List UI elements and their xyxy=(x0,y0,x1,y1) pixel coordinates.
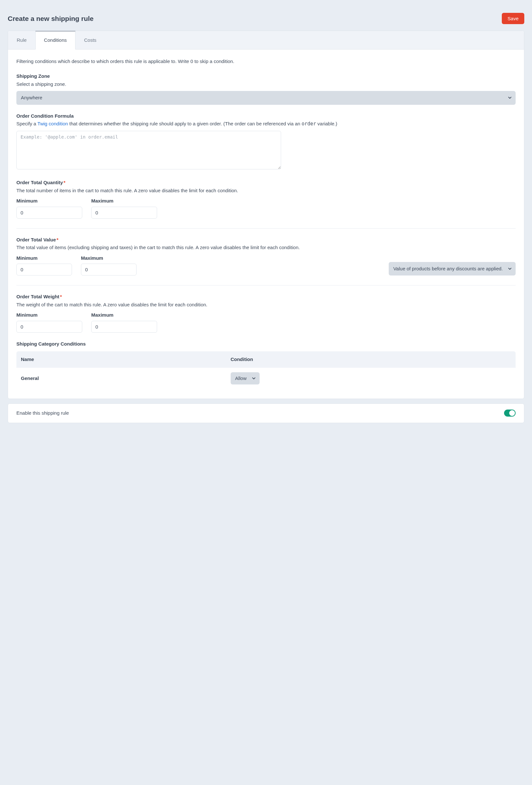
total-value-help: The total value of items (excluding ship… xyxy=(17,244,515,251)
tab-rule[interactable]: Rule xyxy=(8,31,35,50)
col-condition-header: Condition xyxy=(226,351,515,368)
page-title: Create a new shipping rule xyxy=(8,14,94,24)
order-condition-help-prefix: Specify a xyxy=(17,121,37,126)
total-weight-help: The weight of the cart to match this rul… xyxy=(17,301,515,309)
quantity-max-label: Maximum xyxy=(91,197,157,205)
row-condition-value: Allow xyxy=(231,372,260,385)
value-max-label: Maximum xyxy=(81,255,136,262)
order-condition-code-var: order xyxy=(302,121,316,127)
total-value-basis-value: Value of products before any discounts a… xyxy=(389,262,515,276)
save-button[interactable]: Save xyxy=(502,13,524,24)
total-value-basis-select[interactable]: Value of products before any discounts a… xyxy=(389,262,515,276)
tabs: Rule Conditions Costs xyxy=(8,31,524,50)
main-card: Rule Conditions Costs Filtering conditio… xyxy=(8,30,524,399)
shipping-zone-select[interactable]: Anywhere xyxy=(17,91,515,105)
tab-conditions[interactable]: Conditions xyxy=(35,31,76,50)
panel-description: Filtering conditions which describe to w… xyxy=(17,58,515,65)
required-icon: * xyxy=(56,237,58,243)
weight-max-label: Maximum xyxy=(91,311,157,319)
row-name: General xyxy=(17,368,226,389)
enable-card: Enable this shipping rule xyxy=(8,403,524,423)
divider xyxy=(17,228,515,229)
category-conditions-label: Shipping Category Conditions xyxy=(17,340,515,348)
divider xyxy=(17,285,515,285)
quantity-min-input[interactable] xyxy=(17,207,82,219)
required-icon: * xyxy=(63,180,65,185)
total-quantity-help: The total number of items in the cart to… xyxy=(17,187,515,195)
order-condition-label: Order Condition Formula xyxy=(17,112,515,120)
weight-min-label: Minimum xyxy=(17,311,82,319)
order-condition-help-mid: that determines whether the shipping rul… xyxy=(68,121,302,126)
tab-costs[interactable]: Costs xyxy=(76,31,105,50)
quantity-max-input[interactable] xyxy=(91,207,157,219)
order-condition-help-suffix: variable.) xyxy=(316,121,337,126)
quantity-min-label: Minimum xyxy=(17,197,82,205)
total-value-label: Order Total Value xyxy=(17,237,56,243)
weight-max-input[interactable] xyxy=(91,321,157,333)
weight-min-input[interactable] xyxy=(17,321,82,333)
value-min-input[interactable] xyxy=(17,263,72,276)
enable-toggle[interactable] xyxy=(504,409,515,416)
table-row: General Allow xyxy=(17,368,515,389)
shipping-zone-value: Anywhere xyxy=(17,91,515,105)
total-weight-label: Order Total Weight xyxy=(17,294,59,299)
shipping-zone-help: Select a shipping zone. xyxy=(17,81,515,88)
row-condition-select[interactable]: Allow xyxy=(231,372,260,385)
order-condition-help: Specify a Twig condition that determines… xyxy=(17,120,515,128)
total-quantity-label: Order Total Quantity xyxy=(17,180,63,185)
enable-label: Enable this shipping rule xyxy=(17,409,69,417)
shipping-zone-label: Shipping Zone xyxy=(17,73,515,80)
col-name-header: Name xyxy=(17,351,226,368)
twig-condition-link[interactable]: Twig condition xyxy=(37,121,68,126)
category-conditions-table: Name Condition General Allow xyxy=(17,351,515,389)
required-icon: * xyxy=(60,294,62,299)
value-max-input[interactable] xyxy=(81,263,136,276)
toggle-knob xyxy=(509,410,515,416)
value-min-label: Minimum xyxy=(17,255,72,262)
order-condition-textarea[interactable] xyxy=(17,131,281,170)
